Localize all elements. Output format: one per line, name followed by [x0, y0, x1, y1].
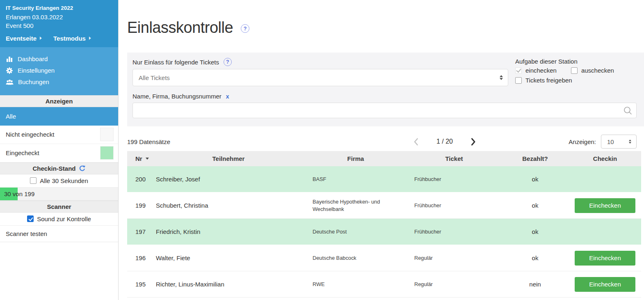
cell-ticket: Frühbucher — [407, 228, 501, 236]
table-row: 200 Schreiber, Josef BASF Frühbucher ok — [127, 166, 641, 192]
scanner-testen-link[interactable]: Scanner testen — [0, 226, 118, 242]
select-stepper-icon — [500, 75, 503, 80]
auto-refresh-checkbox[interactable] — [30, 177, 37, 184]
search-input[interactable] — [132, 103, 637, 118]
ticket-filter-label: Nur Einlass für folgende Tickets — [132, 59, 219, 66]
eventseite-link-label: Eventseite — [6, 35, 37, 42]
testmodus-link[interactable]: Testmodus — [53, 35, 91, 42]
ticket-filter-select[interactable]: Alle Tickets — [132, 69, 508, 86]
checkin-stand-title-label: Checkin-Stand — [32, 165, 75, 172]
table-row: 199 Schubert, Christina Bayerische Hypot… — [127, 192, 641, 219]
cell-bezahlt: ok — [501, 228, 569, 235]
table-row: 196 Walter, Fiete Deutsche Babcock Regul… — [127, 245, 641, 271]
table-row: 195 Richter, Linus-Maximilian RWE Regulä… — [127, 271, 641, 298]
caret-right-icon — [40, 37, 42, 40]
auto-refresh-label: Alle 30 Sekunden — [40, 177, 88, 184]
table-toolbar: 199 Datensätze 1 / 20 Anzeigen: 10 — [127, 134, 644, 149]
einchecken-checkbox-label: einchecken — [525, 67, 557, 74]
column-header-nr[interactable]: Nr — [127, 155, 153, 162]
event-id: Event 500 — [6, 21, 112, 30]
event-title: IT Security Erlangen 2022 — [6, 5, 112, 11]
scanner-sound-label: Sound zur Kontrolle — [37, 215, 91, 222]
cell-nr: 196 — [127, 254, 153, 261]
page-size-label: Anzeigen: — [569, 138, 596, 145]
page-head: Einlasskontrolle ? — [127, 17, 644, 38]
sidebar-item-dashboard[interactable]: Dashboard — [0, 53, 118, 65]
help-icon[interactable]: ? — [241, 24, 249, 33]
column-header-bezahlt: Bezahlt? — [501, 155, 569, 162]
cell-nr: 200 — [127, 176, 153, 183]
users-icon — [6, 78, 14, 86]
filter-label: Eingecheckt — [6, 149, 39, 156]
auschecken-checkbox-label: auschecken — [581, 67, 614, 74]
column-header-label: Nr — [135, 155, 142, 162]
einchecken-button[interactable]: Einchecken — [575, 198, 635, 213]
event-location-date: Erlangen 03.03.2022 — [6, 13, 112, 21]
cell-bezahlt: ok — [501, 202, 569, 209]
page-size-control: Anzeigen: 10 — [569, 135, 637, 149]
column-header-checkin: Checkin — [569, 155, 641, 162]
auto-refresh-toggle[interactable]: Alle 30 Sekunden — [0, 174, 118, 188]
cell-ticket: Frühbucher — [407, 176, 501, 183]
cell-checkin: Einchecken — [569, 251, 641, 266]
column-header-ticket: Ticket — [407, 155, 501, 162]
eventseite-link[interactable]: Eventseite — [6, 35, 42, 42]
cell-teilnehmer: Richter, Linus-Maximilian — [153, 281, 304, 288]
cell-teilnehmer: Friedrich, Kristin — [153, 228, 304, 235]
checkin-progress-label: 30 von 199 — [0, 188, 118, 201]
sidebar-nav: Dashboard Einstellungen — [0, 47, 118, 95]
page-size-value: 10 — [607, 138, 614, 145]
nicht-eingecheckt-color-swatch — [100, 128, 114, 141]
cell-bezahlt: ok — [501, 254, 569, 261]
scanner-sound-checkbox[interactable] — [27, 215, 34, 222]
cell-bezahlt: ok — [501, 176, 569, 183]
search-icon[interactable] — [623, 106, 633, 115]
sort-desc-icon — [146, 158, 149, 160]
filter-eingecheckt[interactable]: Eingecheckt — [0, 144, 118, 163]
prev-page-icon[interactable] — [413, 137, 419, 146]
table-header: Nr Teilnehmer Firma Ticket Bezahlt? Chec… — [127, 151, 641, 166]
filter-alle[interactable]: Alle — [0, 107, 118, 126]
cell-nr: 195 — [127, 281, 153, 288]
tickets-freigeben-checkbox[interactable] — [515, 77, 522, 84]
column-header-firma: Firma — [304, 155, 407, 162]
station-tasks-title: Aufgabe dieser Station — [515, 58, 637, 65]
filter-nicht-eingecheckt[interactable]: Nicht eingecheckt — [0, 126, 118, 144]
event-header-links: Eventseite Testmodus — [6, 35, 112, 42]
cell-teilnehmer: Walter, Fiete — [153, 254, 304, 261]
sidebar-item-buchungen[interactable]: Buchungen — [0, 76, 118, 88]
cell-firma: Deutsche Babcock — [304, 254, 407, 262]
scanner-sound-toggle[interactable]: Sound zur Kontrolle — [0, 213, 118, 226]
sidebar-item-label: Buchungen — [18, 78, 49, 85]
cell-ticket: Regulär — [407, 281, 501, 288]
einchecken-checkbox[interactable] — [515, 67, 522, 74]
filter-panel: Nur Einlass für folgende Tickets ? Alle … — [127, 53, 644, 126]
table-body: 200 Schreiber, Josef BASF Frühbucher ok … — [127, 166, 641, 298]
sidebar-item-label: Einstellungen — [18, 67, 55, 74]
main-content: Einlasskontrolle ? Nur Einlass für folge… — [119, 0, 644, 300]
bar-chart-icon — [6, 55, 13, 63]
station-tasks: Aufgabe dieser Station einchecken ausche… — [515, 58, 637, 87]
select-stepper-icon — [629, 140, 631, 144]
sidebar-item-einstellungen[interactable]: Einstellungen — [0, 65, 118, 76]
table-row: 197 Friedrich, Kristin Deutsche Post Frü… — [127, 219, 641, 245]
page-size-select[interactable]: 10 — [601, 135, 637, 149]
filter-label: Alle — [6, 113, 16, 120]
testmodus-link-label: Testmodus — [53, 35, 86, 42]
help-icon[interactable]: ? — [224, 58, 232, 66]
clear-search-icon[interactable]: x — [226, 93, 229, 100]
tickets-freigeben-checkbox-label: Tickets freigeben — [525, 77, 572, 84]
cell-teilnehmer: Schubert, Christina — [153, 202, 304, 209]
anzeigen-section-title: Anzeigen — [0, 95, 118, 107]
sidebar-item-label: Dashboard — [18, 55, 48, 62]
gear-icon — [6, 67, 13, 74]
cell-checkin: Einchecken — [569, 198, 641, 213]
einchecken-button[interactable]: Einchecken — [575, 251, 635, 266]
refresh-icon[interactable] — [79, 165, 86, 172]
pagination: 1 / 20 — [413, 137, 476, 146]
eingecheckt-color-swatch — [100, 146, 114, 160]
einchecken-button[interactable]: Einchecken — [575, 277, 635, 292]
filter-label: Nicht eingecheckt — [6, 131, 54, 138]
next-page-icon[interactable] — [470, 137, 476, 146]
auschecken-checkbox[interactable] — [571, 67, 578, 74]
